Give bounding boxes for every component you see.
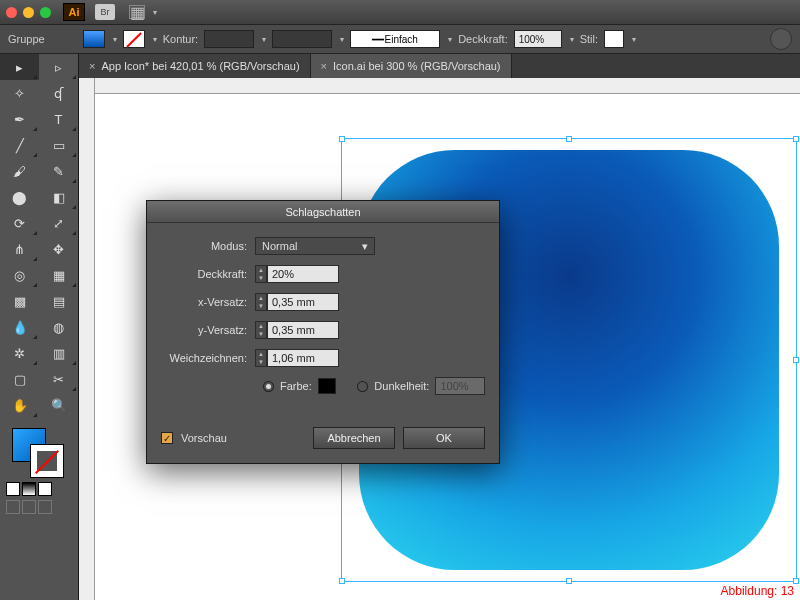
- mode-label: Modus:: [161, 240, 255, 252]
- fill-stroke-control[interactable]: [0, 422, 78, 480]
- resize-handle[interactable]: [793, 136, 799, 142]
- preview-label: Vorschau: [181, 432, 227, 444]
- scale-tool[interactable]: ⤢: [39, 210, 78, 236]
- close-tab-icon[interactable]: ×: [321, 60, 327, 72]
- rectangle-tool[interactable]: ▭: [39, 132, 78, 158]
- app-logo: Ai: [63, 3, 85, 21]
- variable-width-dropdown[interactable]: [272, 30, 332, 48]
- opacity-label: Deckkraft:: [458, 33, 508, 45]
- pencil-tool[interactable]: ✎: [39, 158, 78, 184]
- draw-normal-button[interactable]: [6, 500, 20, 514]
- figure-caption: Abbildung: 13: [721, 584, 794, 598]
- color-radio[interactable]: [263, 381, 274, 392]
- color-mode-row: [0, 480, 78, 498]
- opacity-input[interactable]: 100%: [514, 30, 562, 48]
- window-controls: [6, 7, 51, 18]
- ok-button[interactable]: OK: [403, 427, 485, 449]
- blob-brush-tool[interactable]: ⬤: [0, 184, 39, 210]
- eraser-tool[interactable]: ◧: [39, 184, 78, 210]
- gradient-mode-button[interactable]: [22, 482, 36, 496]
- shadow-color-swatch[interactable]: [318, 378, 336, 394]
- style-label: Stil:: [580, 33, 598, 45]
- x-offset-label: x-Versatz:: [161, 296, 255, 308]
- tab-label: Icon.ai bei 300 % (RGB/Vorschau): [333, 60, 501, 72]
- width-tool[interactable]: ⋔: [0, 236, 39, 262]
- color-label: Farbe:: [280, 380, 312, 392]
- blur-stepper[interactable]: ▲▼: [255, 349, 267, 367]
- rotate-tool[interactable]: ⟳: [0, 210, 39, 236]
- stroke-swatch[interactable]: [123, 30, 145, 48]
- minimize-icon[interactable]: [23, 7, 34, 18]
- resize-handle[interactable]: [339, 578, 345, 584]
- arrange-documents-button[interactable]: ▦: [129, 5, 145, 19]
- bridge-button[interactable]: Br: [95, 4, 115, 20]
- dialog-opacity-input[interactable]: 20%: [267, 265, 339, 283]
- draw-inside-button[interactable]: [38, 500, 52, 514]
- symbol-sprayer-tool[interactable]: ✲: [0, 340, 39, 366]
- perspective-grid-tool[interactable]: ▦: [39, 262, 78, 288]
- darkness-radio[interactable]: [357, 381, 368, 392]
- none-mode-button[interactable]: [38, 482, 52, 496]
- selection-tool[interactable]: ▸: [0, 54, 39, 80]
- stroke-label: Kontur:: [163, 33, 198, 45]
- resize-handle[interactable]: [566, 136, 572, 142]
- opacity-stepper[interactable]: ▲▼: [255, 265, 267, 283]
- mode-dropdown[interactable]: Normal▾: [255, 237, 375, 255]
- document-tab[interactable]: × Icon.ai bei 300 % (RGB/Vorschau): [311, 54, 512, 78]
- document-tab[interactable]: × App Icon* bei 420,01 % (RGB/Vorschau): [79, 54, 311, 78]
- magic-wand-tool[interactable]: ✧: [0, 80, 39, 106]
- blur-label: Weichzeichnen:: [161, 352, 255, 364]
- dialog-title: Schlagschatten: [147, 201, 499, 223]
- close-icon[interactable]: [6, 7, 17, 18]
- drop-shadow-dialog: Schlagschatten Modus: Normal▾ Deckkraft:…: [146, 200, 500, 464]
- stroke-box[interactable]: [30, 444, 64, 478]
- control-bar: Gruppe ▾ ▾ Kontur: ▾ ▾ ━━ Einfach▾ Deckk…: [0, 24, 800, 54]
- x-offset-input[interactable]: 0,35 mm: [267, 293, 339, 311]
- zoom-icon[interactable]: [40, 7, 51, 18]
- resize-handle[interactable]: [339, 136, 345, 142]
- lasso-tool[interactable]: ʠ: [39, 80, 78, 106]
- y-offset-input[interactable]: 0,35 mm: [267, 321, 339, 339]
- color-mode-button[interactable]: [6, 482, 20, 496]
- vertical-ruler: [79, 78, 95, 600]
- eyedropper-tool[interactable]: 💧: [0, 314, 39, 340]
- mesh-tool[interactable]: ▩: [0, 288, 39, 314]
- direct-selection-tool[interactable]: ▹: [39, 54, 78, 80]
- line-tool[interactable]: ╱: [0, 132, 39, 158]
- resize-handle[interactable]: [793, 357, 799, 363]
- y-offset-stepper[interactable]: ▲▼: [255, 321, 267, 339]
- tool-panel: ▸ ▹ ✧ ʠ ✒ T ╱ ▭ 🖌 ✎ ⬤ ◧ ⟳ ⤢ ⋔ ✥ ◎ ▦ ▩ ▤ …: [0, 54, 79, 600]
- slice-tool[interactable]: ✂: [39, 366, 78, 392]
- brush-definition-dropdown[interactable]: ━━ Einfach: [350, 30, 440, 48]
- free-transform-tool[interactable]: ✥: [39, 236, 78, 262]
- type-tool[interactable]: T: [39, 106, 78, 132]
- darkness-input: 100%: [435, 377, 485, 395]
- graphic-style-dropdown[interactable]: [604, 30, 624, 48]
- dialog-opacity-label: Deckkraft:: [161, 268, 255, 280]
- resize-handle[interactable]: [566, 578, 572, 584]
- stroke-weight-dropdown[interactable]: [204, 30, 254, 48]
- recolor-artwork-button[interactable]: [770, 28, 792, 50]
- blur-input[interactable]: 1,06 mm: [267, 349, 339, 367]
- selection-type-label: Gruppe: [8, 33, 45, 45]
- x-offset-stepper[interactable]: ▲▼: [255, 293, 267, 311]
- artboard-tool[interactable]: ▢: [0, 366, 39, 392]
- pen-tool[interactable]: ✒: [0, 106, 39, 132]
- hand-tool[interactable]: ✋: [0, 392, 39, 418]
- paintbrush-tool[interactable]: 🖌: [0, 158, 39, 184]
- shape-builder-tool[interactable]: ◎: [0, 262, 39, 288]
- horizontal-ruler: [95, 78, 800, 94]
- column-graph-tool[interactable]: ▥: [39, 340, 78, 366]
- cancel-button[interactable]: Abbrechen: [313, 427, 395, 449]
- preview-checkbox[interactable]: ✓: [161, 432, 173, 444]
- draw-behind-button[interactable]: [22, 500, 36, 514]
- blend-tool[interactable]: ◍: [39, 314, 78, 340]
- darkness-label: Dunkelheit:: [374, 380, 429, 392]
- document-tabs: × App Icon* bei 420,01 % (RGB/Vorschau) …: [79, 54, 800, 78]
- y-offset-label: y-Versatz:: [161, 324, 255, 336]
- gradient-tool[interactable]: ▤: [39, 288, 78, 314]
- close-tab-icon[interactable]: ×: [89, 60, 95, 72]
- fill-swatch[interactable]: [83, 30, 105, 48]
- zoom-tool[interactable]: 🔍: [39, 392, 78, 418]
- screen-mode-row: [0, 498, 78, 516]
